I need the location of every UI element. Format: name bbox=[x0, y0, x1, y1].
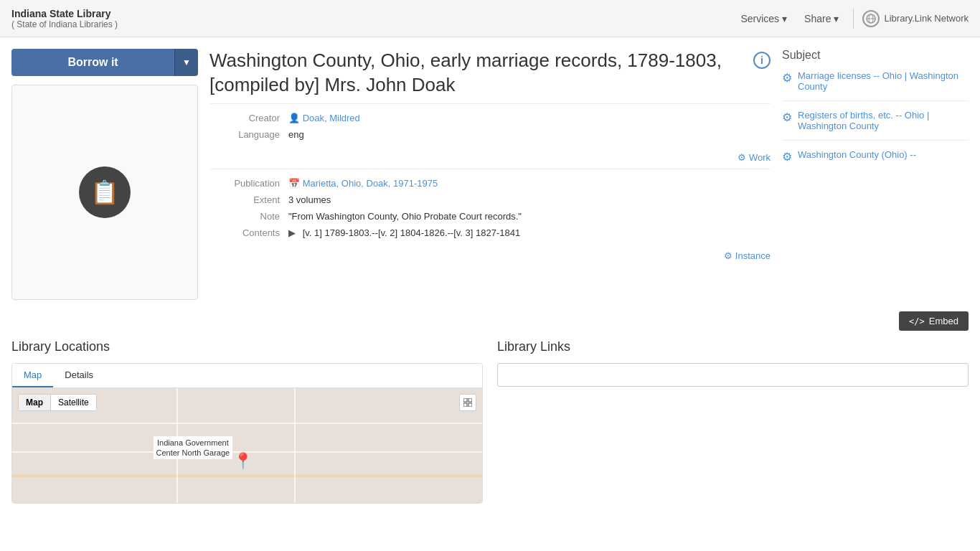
library-link-label: Library.Link Network bbox=[884, 13, 969, 24]
locations-title: Library Locations bbox=[11, 339, 483, 354]
subject-gear-icon-3: ⚙ bbox=[782, 150, 792, 164]
borrow-dropdown-button[interactable] bbox=[174, 49, 198, 76]
svg-rect-4 bbox=[468, 398, 472, 402]
contents-value: ▶ [v. 1] 1789-1803.--[v. 2] 1804-1826.--… bbox=[288, 227, 520, 238]
map-body: Map Satellite Indiana Government Center … bbox=[12, 388, 482, 503]
subject-link-2[interactable]: Registers of births, etc. -- Ohio | Wash… bbox=[798, 110, 969, 131]
library-links-input[interactable] bbox=[497, 363, 969, 387]
map-tab-map[interactable]: Map bbox=[12, 364, 53, 387]
book-symbol: 📋 bbox=[90, 179, 119, 206]
language-row: Language eng bbox=[209, 129, 771, 140]
gear-work-icon: ⚙ bbox=[738, 152, 749, 163]
subject-item-3: ⚙ Washington County (Ohio) -- bbox=[782, 149, 969, 172]
bottom-area: </> Embed Library Locations Map Details bbox=[0, 311, 980, 515]
language-value: eng bbox=[288, 129, 304, 140]
note-row: Note "From Washington County, Ohio Proba… bbox=[209, 211, 771, 222]
svg-rect-5 bbox=[463, 403, 467, 407]
header: Indiana State Library ( State of Indiana… bbox=[0, 0, 980, 37]
right-panel: Subject ⚙ Marriage licenses -- Ohio | Wa… bbox=[782, 49, 969, 300]
library-name: Indiana State Library bbox=[11, 8, 118, 19]
work-link-row: ⚙ Work bbox=[209, 146, 771, 169]
services-button[interactable]: Services ▾ bbox=[735, 10, 793, 27]
subject-item-2: ⚙ Registers of births, etc. -- Ohio | Wa… bbox=[782, 110, 969, 141]
instance-link[interactable]: ⚙ Instance bbox=[724, 250, 771, 261]
road-v-2 bbox=[294, 388, 296, 503]
info-icon[interactable]: i bbox=[753, 52, 771, 69]
embed-button[interactable]: </> Embed bbox=[899, 311, 969, 331]
user-icon: 👤 bbox=[288, 113, 303, 123]
embed-label: Embed bbox=[929, 316, 958, 326]
subject-gear-icon-2: ⚙ bbox=[782, 110, 792, 124]
extent-row: Extent 3 volumes bbox=[209, 194, 771, 205]
subject-gear-icon-1: ⚙ bbox=[782, 71, 792, 85]
publication-row: Publication 📅 Marietta, Ohio, Doak, 1971… bbox=[209, 178, 771, 189]
language-label: Language bbox=[209, 129, 288, 140]
map-expand-button[interactable] bbox=[459, 394, 476, 411]
map-button-satellite[interactable]: Satellite bbox=[51, 395, 96, 410]
subject-title: Subject bbox=[782, 49, 969, 62]
map-container: Map Details Map Satellite bbox=[11, 363, 483, 504]
publication-label: Publication bbox=[209, 178, 288, 189]
publication-link[interactable]: 📅 Marietta, Ohio, Doak, 1971-1975 bbox=[288, 178, 438, 189]
instance-link-row: ⚙ Instance bbox=[209, 244, 771, 267]
library-link-network-button[interactable]: Library.Link Network bbox=[862, 10, 969, 27]
road-h-1 bbox=[12, 423, 482, 424]
metadata-section: Creator 👤 Doak, Mildred Language eng bbox=[209, 103, 771, 140]
library-link-icon bbox=[862, 10, 880, 27]
note-label: Note bbox=[209, 211, 288, 222]
book-icon: 📋 bbox=[79, 166, 131, 218]
header-library-info: Indiana State Library ( State of Indiana… bbox=[11, 8, 118, 29]
map-tab-details[interactable]: Details bbox=[53, 364, 105, 387]
header-nav: Services ▾ Share ▾ Library.Link Network bbox=[735, 9, 969, 29]
borrow-group: Borrow it bbox=[11, 49, 198, 76]
subject-list: ⚙ Marriage licenses -- Ohio | Washington… bbox=[782, 70, 969, 172]
gear-instance-icon: ⚙ bbox=[724, 250, 735, 261]
record-title-container: Washington County, Ohio, early marriage … bbox=[209, 49, 771, 98]
publication-section: Publication 📅 Marietta, Ohio, Doak, 1971… bbox=[209, 169, 771, 238]
publication-value: 📅 Marietta, Ohio, Doak, 1971-1975 bbox=[288, 178, 438, 189]
contents-row: Contents ▶ [v. 1] 1789-1803.--[v. 2] 180… bbox=[209, 227, 771, 238]
subject-item-1: ⚙ Marriage licenses -- Ohio | Washington… bbox=[782, 70, 969, 101]
map-type-buttons: Map Satellite bbox=[18, 394, 97, 411]
library-subtitle: ( State of Indiana Libraries ) bbox=[11, 19, 118, 29]
services-label: Services bbox=[740, 13, 779, 24]
creator-value: 👤 Doak, Mildred bbox=[288, 113, 360, 123]
extent-value: 3 volumes bbox=[288, 194, 331, 205]
library-links-title: Library Links bbox=[497, 339, 969, 354]
creator-label: Creator bbox=[209, 113, 288, 123]
work-link[interactable]: ⚙ Work bbox=[738, 152, 771, 163]
extent-label: Extent bbox=[209, 194, 288, 205]
main-content: Borrow it 📋 Washington County, Ohio, ear… bbox=[0, 37, 980, 311]
map-location-label: Indiana Government Center North Garage bbox=[154, 436, 233, 460]
center-panel: Washington County, Ohio, early marriage … bbox=[209, 49, 771, 300]
record-title: Washington County, Ohio, early marriage … bbox=[209, 50, 722, 95]
creator-link[interactable]: 👤 Doak, Mildred bbox=[288, 113, 360, 123]
map-tabs: Map Details bbox=[12, 364, 482, 388]
header-divider bbox=[853, 9, 854, 29]
map-marker-icon: 📍 bbox=[233, 452, 253, 471]
services-chevron-icon: ▾ bbox=[782, 13, 787, 24]
subject-link-1[interactable]: Marriage licenses -- Ohio | Washington C… bbox=[798, 70, 969, 92]
book-cover: 📋 bbox=[11, 85, 198, 300]
borrow-it-button[interactable]: Borrow it bbox=[11, 49, 174, 76]
calendar-icon: 📅 bbox=[288, 178, 303, 189]
contents-expand-icon[interactable]: ▶ bbox=[288, 227, 296, 238]
embed-code-icon: </> bbox=[909, 316, 925, 326]
contents-label: Contents bbox=[209, 227, 288, 238]
svg-rect-3 bbox=[463, 398, 467, 402]
locations-panel: Library Locations Map Details bbox=[11, 339, 483, 504]
subject-link-3[interactable]: Washington County (Ohio) -- bbox=[798, 149, 916, 160]
links-panel: Library Links bbox=[497, 339, 969, 504]
embed-bar: </> Embed bbox=[11, 311, 969, 331]
left-panel: Borrow it 📋 bbox=[11, 49, 198, 300]
creator-row: Creator 👤 Doak, Mildred bbox=[209, 113, 771, 123]
share-label: Share bbox=[804, 13, 831, 24]
map-button-map[interactable]: Map bbox=[19, 395, 51, 410]
share-button[interactable]: Share ▾ bbox=[798, 10, 844, 27]
note-value: "From Washington County, Ohio Probate Co… bbox=[288, 211, 522, 222]
bottom-panels: Library Locations Map Details bbox=[11, 339, 969, 504]
share-chevron-icon: ▾ bbox=[834, 13, 839, 24]
road-h-3 bbox=[12, 474, 482, 477]
svg-rect-6 bbox=[468, 403, 472, 407]
